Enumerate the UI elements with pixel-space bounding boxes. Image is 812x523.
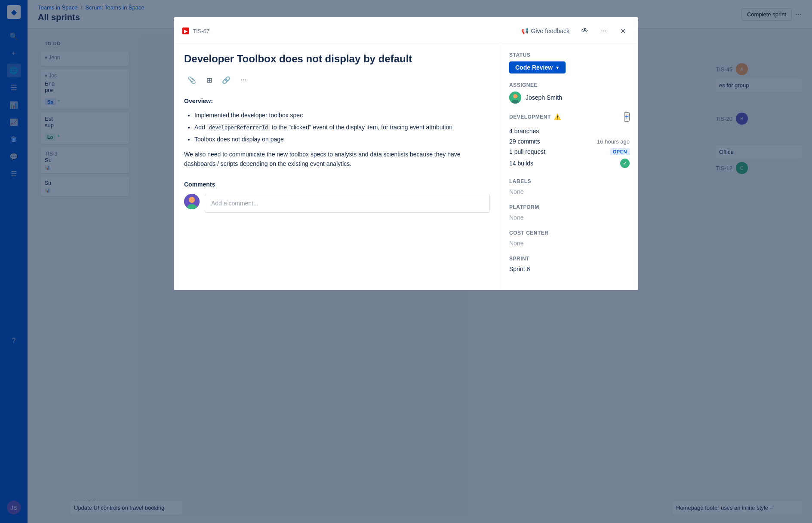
modal-actions: 📢 Give feedback 👁 ··· ✕ [518, 24, 630, 38]
sprint-field: Sprint Sprint 6 [509, 256, 630, 273]
development-label: Development [509, 114, 551, 120]
description-section: Overview: Implemented the developer tool… [184, 96, 490, 168]
add-development-button[interactable]: + [624, 112, 630, 122]
issue-title: Developer Toolbox does not display by de… [184, 52, 490, 65]
watch-button[interactable]: 👁 [578, 24, 592, 38]
bullet2-suffix: to the "clicked" event of the display it… [270, 124, 452, 131]
assignee-avatar [509, 92, 521, 104]
overview-label: Overview: [184, 96, 490, 106]
commits-label: 29 commits [509, 138, 540, 145]
commits-time: 16 hours ago [597, 138, 630, 145]
more-button[interactable]: ··· [597, 24, 611, 38]
issue-id: TIS-67 [193, 28, 209, 34]
link-icon: 🔗 [222, 76, 231, 84]
feedback-label: Give feedback [531, 28, 570, 34]
modal-overlay: ▶ TIS-67 📢 Give feedback 👁 ··· ✕ [0, 0, 812, 523]
builds-success-icon: ✓ [620, 159, 630, 168]
more-toolbar-button[interactable]: ··· [236, 72, 251, 88]
status-field: Status Code Review ▼ [509, 52, 630, 73]
svg-point-4 [513, 94, 517, 98]
sprint-value: Sprint 6 [509, 266, 530, 272]
comment-input[interactable]: Add a comment... [205, 194, 490, 213]
description-list: Implemented the developer toolbox spec A… [194, 110, 490, 144]
pull-request-label: 1 pull request [509, 148, 545, 155]
development-header: Development ⚠️ + [509, 112, 630, 122]
development-field: Development ⚠️ + 4 branches 29 commits 1… [509, 112, 630, 170]
branches-row: 4 branches [509, 126, 630, 136]
status-button[interactable]: Code Review ▼ [509, 61, 566, 73]
assignee-label: Assignee [509, 82, 630, 88]
comments-header: Comments [184, 181, 490, 188]
cost-center-value: None [509, 240, 523, 247]
labels-label: Labels [509, 178, 630, 184]
comments-section: Comments Add a comment... [184, 181, 490, 213]
platform-value: None [509, 214, 523, 221]
modal-header: ▶ TIS-67 📢 Give feedback 👁 ··· ✕ [174, 17, 638, 43]
cost-center-field: Cost Center None [509, 230, 630, 247]
current-user-avatar [184, 194, 200, 209]
platform-field: Platform None [509, 204, 630, 221]
labels-value: None [509, 188, 523, 195]
cost-center-label: Cost Center [509, 230, 630, 236]
builds-row: 14 builds ✓ [509, 157, 630, 170]
child-issue-icon: ⊞ [206, 76, 212, 84]
svg-point-1 [189, 197, 195, 203]
development-label-row: Development ⚠️ [509, 113, 561, 120]
assignee-name: Joseph Smith [526, 94, 562, 101]
issue-id-row: ▶ TIS-67 [182, 28, 209, 34]
eye-icon: 👁 [581, 27, 588, 35]
modal-body: Developer Toolbox does not display by de… [174, 43, 638, 290]
labels-field: Labels None [509, 178, 630, 196]
give-feedback-button[interactable]: 📢 Give feedback [518, 26, 573, 36]
branches-label: 4 branches [509, 128, 539, 135]
more-toolbar-icon: ··· [240, 76, 246, 84]
list-item: Implemented the developer toolbox spec [194, 110, 490, 120]
warning-icon: ⚠️ [554, 113, 561, 120]
editor-toolbar: 📎 ⊞ 🔗 ··· [184, 72, 490, 88]
comment-input-row: Add a comment... [184, 194, 490, 213]
attach-icon: 📎 [188, 76, 196, 84]
list-item: Add developerReferrerId to the "clicked"… [194, 122, 490, 132]
issue-type-icon: ▶ [182, 28, 189, 34]
issue-modal: ▶ TIS-67 📢 Give feedback 👁 ··· ✕ [174, 17, 638, 290]
close-icon: ✕ [620, 27, 626, 35]
builds-label: 14 builds [509, 160, 533, 167]
modal-right-panel: Status Code Review ▼ Assignee [501, 43, 638, 290]
ellipsis-icon: ··· [601, 27, 606, 35]
attach-button[interactable]: 📎 [184, 72, 200, 88]
link-button[interactable]: 🔗 [218, 72, 234, 88]
description-paragraph: We also need to communicate the new tool… [184, 150, 490, 169]
assignee-row: Joseph Smith [509, 92, 630, 104]
chevron-down-icon: ▼ [555, 65, 560, 70]
close-button[interactable]: ✕ [616, 24, 630, 38]
status-value: Code Review [515, 64, 553, 71]
modal-left-panel: Developer Toolbox does not display by de… [174, 43, 501, 290]
bullet2-prefix: Add [194, 124, 207, 131]
commits-row: 29 commits 16 hours ago [509, 136, 630, 147]
status-label: Status [509, 52, 630, 58]
pull-request-row: 1 pull request OPEN [509, 147, 630, 157]
assignee-avatar-img [509, 92, 521, 104]
child-issue-button[interactable]: ⊞ [201, 72, 217, 88]
code-snippet: developerReferrerId [207, 124, 270, 131]
comment-placeholder: Add a comment... [211, 200, 258, 207]
megaphone-icon: 📢 [521, 28, 529, 34]
platform-label: Platform [509, 204, 630, 210]
open-badge: OPEN [610, 148, 630, 155]
list-item: Toolbox does not display on page [194, 135, 490, 144]
assignee-field: Assignee Joseph Smith [509, 82, 630, 104]
sprint-label: Sprint [509, 256, 630, 262]
avatar-image [184, 194, 200, 209]
